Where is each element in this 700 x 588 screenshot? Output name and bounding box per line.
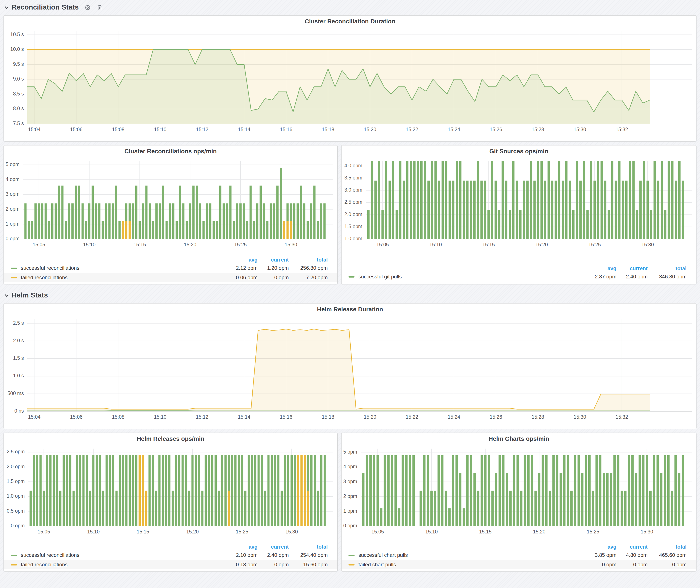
y-axis-tick-label: 1 opm — [343, 508, 357, 514]
legend-column-header-avg[interactable]: avg — [226, 257, 258, 263]
y-axis-tick-label: 2 opm — [6, 206, 19, 212]
legend-series-dash-icon[interactable] — [11, 564, 17, 565]
y-axis-tick-label: 500 ms — [8, 391, 24, 396]
panel-title[interactable]: Cluster Reconciliations ops/min — [4, 145, 337, 157]
helm-charts-ops-chart[interactable]: 5 opm4 opm3 opm2 opm1 opm0 opm15:0515:10… — [342, 444, 696, 543]
legend-row: successful reconciliations2.12 opm1.20 o… — [4, 263, 337, 273]
legend-label-zone: successful reconciliations — [11, 265, 226, 271]
legend-column-header-avg[interactable]: avg — [585, 544, 616, 550]
x-axis-tick-label: 15:05 — [371, 529, 384, 535]
legend-series-dash-icon[interactable] — [11, 277, 17, 278]
git-sources-ops-chart[interactable]: 4.0 opm3.5 opm3.0 opm2.5 opm2.0 opm1.5 o… — [342, 157, 696, 256]
legend-series-label[interactable]: successful reconciliations — [21, 552, 79, 558]
legend-series-label[interactable]: failed chart pulls — [358, 562, 396, 568]
legend-column-header-total[interactable]: total — [289, 257, 328, 263]
x-axis-tick-label: 15:06 — [70, 127, 82, 132]
legend-column-header-current[interactable]: current — [258, 544, 289, 550]
y-axis-tick-label: 4 opm — [6, 176, 19, 182]
x-axis-tick-label: 15:28 — [532, 414, 544, 420]
legend: avgcurrenttotalsuccessful git pulls2.87 … — [342, 265, 696, 284]
x-axis-tick-label: 15:15 — [482, 242, 495, 247]
y-axis-tick-label: 10.5 s — [10, 32, 24, 37]
panel-title[interactable]: Git Sources ops/min — [342, 145, 696, 157]
legend-series-dash-icon[interactable] — [11, 267, 17, 269]
legend-stat-value: 2.87 opm — [585, 274, 616, 280]
legend-column-header-total[interactable]: total — [289, 544, 328, 550]
panel-title[interactable]: Cluster Reconciliation Duration — [4, 16, 696, 27]
x-axis-tick-label: 15:05 — [38, 529, 50, 535]
legend-stat-value: 3.85 opm — [585, 552, 616, 558]
legend-series-dash-icon[interactable] — [11, 554, 17, 556]
x-axis-tick-label: 15:25 — [236, 529, 248, 535]
x-axis-tick-label: 15:08 — [112, 127, 124, 132]
y-axis-tick-label: 2.5 opm — [7, 449, 25, 454]
y-axis-tick-label: 2.5 s — [13, 320, 24, 326]
y-axis-tick-label: 4.0 opm — [344, 163, 362, 168]
legend-series-label[interactable]: successful git pulls — [358, 274, 402, 280]
legend-column-header-current[interactable]: current — [616, 265, 648, 271]
panel-title[interactable]: Helm Releases ops/min — [4, 433, 337, 444]
panel-title[interactable]: Helm Release Duration — [4, 304, 696, 315]
x-axis-tick-label: 15:12 — [196, 127, 208, 132]
legend-column-header-avg[interactable]: avg — [585, 265, 616, 271]
legend-column-header-avg[interactable]: avg — [226, 544, 258, 550]
legend-column-header-total[interactable]: total — [648, 544, 687, 550]
x-axis-tick-label: 15:20 — [364, 414, 376, 420]
legend-stat-value: 2.12 opm — [226, 265, 258, 271]
legend-stat-value: 15.60 opm — [289, 562, 328, 568]
legend-label-zone: failed reconciliations — [11, 562, 226, 568]
chevron-down-icon[interactable] — [4, 5, 9, 10]
legend-stat-value: 0 opm — [585, 562, 616, 568]
legend-series-label[interactable]: failed reconciliations — [21, 275, 68, 281]
legend-label-zone: successful chart pulls — [348, 552, 585, 558]
section-title[interactable]: Reconciliation Stats — [12, 3, 79, 11]
legend-series-label[interactable]: successful chart pulls — [358, 552, 408, 558]
x-axis-tick-label: 15:18 — [322, 127, 334, 132]
x-axis-tick-label: 15:04 — [28, 414, 41, 420]
x-axis-tick-label: 15:30 — [285, 529, 298, 535]
y-axis-tick-label: 2.0 opm — [7, 464, 25, 469]
legend-column-header-current[interactable]: current — [258, 257, 289, 263]
legend-header-row: avgcurrenttotal — [342, 543, 696, 550]
legend-column-header-total[interactable]: total — [648, 265, 687, 271]
y-axis-tick-label: 0 opm — [11, 523, 25, 528]
helm-release-duration-chart[interactable]: 2.5 s2.0 s1.5 s1.0 s500 ms0 ns15:0415:06… — [4, 315, 696, 429]
legend-row: failed reconciliations0.06 opm0 opm7.20 … — [4, 273, 337, 282]
helm-releases-ops-chart[interactable]: 2.5 opm2.0 opm1.5 opm1.0 opm0.5 opm0 opm… — [4, 444, 337, 543]
legend-series-dash-icon[interactable] — [348, 554, 355, 556]
legend-series-label[interactable]: failed reconciliations — [21, 562, 68, 568]
y-axis-tick-label: 1.0 s — [13, 373, 24, 378]
legend: avgcurrenttotalsuccessful reconciliation… — [4, 543, 337, 572]
legend-row: failed chart pulls0 opm0 opm0 opm — [342, 560, 696, 569]
x-axis-tick-label: 15:10 — [83, 242, 96, 247]
cluster-reconciliation-duration-chart[interactable]: 10.5 s10.0 s9.5 s9.0 s8.5 s8.0 s7.5 s15:… — [4, 27, 696, 141]
gear-icon[interactable] — [84, 4, 91, 11]
x-axis-tick-label: 15:30 — [641, 242, 654, 247]
panel-title[interactable]: Helm Charts ops/min — [342, 433, 696, 444]
legend-header-row: avgcurrenttotal — [342, 265, 696, 272]
legend-label-zone: successful reconciliations — [11, 552, 226, 558]
y-axis-tick-label: 1.5 opm — [7, 478, 25, 484]
y-axis-tick-label: 3 opm — [343, 479, 357, 484]
trash-icon[interactable] — [97, 4, 103, 11]
y-axis-tick-label: 1.0 opm — [344, 236, 362, 241]
x-axis-tick-label: 15:10 — [425, 529, 438, 535]
legend-stat-value: 2.40 opm — [616, 274, 648, 280]
chevron-down-icon[interactable] — [4, 293, 9, 298]
legend-series-dash-icon[interactable] — [348, 276, 355, 277]
legend-stat-value: 4.80 opm — [616, 552, 648, 558]
legend-column-header-current[interactable]: current — [616, 544, 648, 550]
y-axis-tick-label: 2.0 s — [13, 338, 24, 343]
legend-series-dash-icon[interactable] — [348, 564, 355, 565]
x-axis-tick-label: 15:16 — [280, 414, 292, 420]
legend-series-label[interactable]: successful reconciliations — [21, 265, 79, 271]
section-title[interactable]: Helm Stats — [12, 291, 48, 299]
x-axis-tick-label: 15:04 — [28, 127, 41, 132]
cluster-reconciliations-ops-chart[interactable]: 5 opm4 opm3 opm2 opm1 opm0 opm15:0515:10… — [4, 157, 337, 256]
legend-stat-value: 7.20 opm — [289, 275, 328, 281]
section-header-helm-stats: Helm Stats — [4, 291, 697, 300]
legend-stat-value: 465.60 opm — [648, 552, 687, 558]
x-axis-tick-label: 15:10 — [429, 242, 442, 247]
legend-stat-value: 0 opm — [616, 562, 648, 568]
y-axis-tick-label: 5 opm — [6, 162, 19, 167]
